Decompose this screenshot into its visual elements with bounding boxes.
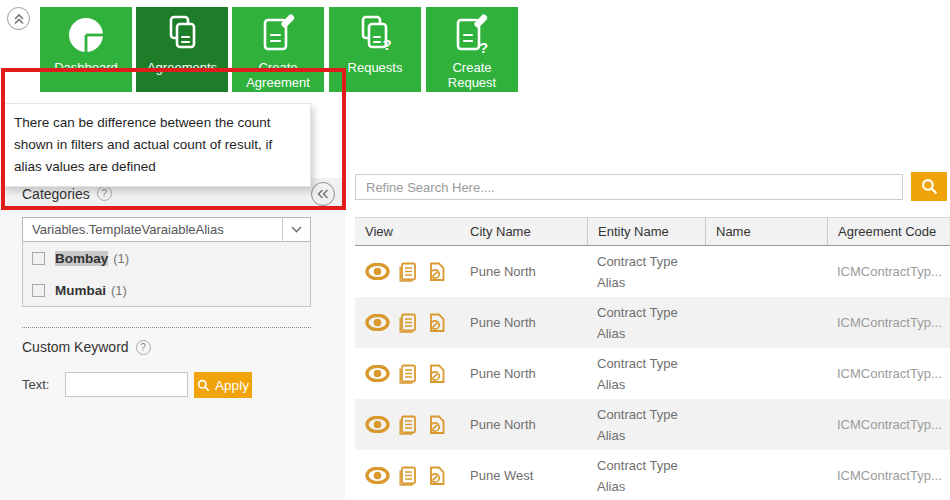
filter-option-count: (1) bbox=[111, 283, 127, 298]
view-eye-icon[interactable] bbox=[365, 263, 390, 280]
svg-text:?: ? bbox=[383, 36, 392, 53]
nav-tile-create-request[interactable]: ? Create Request bbox=[426, 7, 518, 92]
column-header-agreement-code[interactable]: Agreement Code bbox=[827, 218, 950, 245]
table-header-row: View City Name Entity Name Name Agreemen… bbox=[355, 217, 950, 246]
entity-name-cell: Contract Type Alias bbox=[587, 353, 705, 395]
app-window: Dashboard Agreements Create Agreement bbox=[0, 0, 950, 500]
view-eye-icon[interactable] bbox=[365, 365, 390, 382]
city-name-cell: Pune West bbox=[460, 468, 587, 483]
summary-doc-icon[interactable] bbox=[399, 313, 417, 333]
search-icon bbox=[197, 379, 210, 392]
column-header-name[interactable]: Name bbox=[705, 218, 827, 245]
table-row: Pune West Contract Type Alias ICMContrac… bbox=[355, 450, 950, 500]
agreement-code-cell: ICMContractTyp... bbox=[827, 315, 950, 330]
custom-keyword-title: Custom Keyword ? bbox=[22, 339, 151, 355]
city-name-cell: Pune North bbox=[460, 264, 587, 279]
summary-doc-icon[interactable] bbox=[399, 415, 417, 435]
linked-doc-icon[interactable] bbox=[426, 364, 446, 384]
bombay-checkbox[interactable] bbox=[32, 252, 45, 265]
summary-doc-icon[interactable] bbox=[399, 466, 417, 486]
custom-keyword-label: Custom Keyword bbox=[22, 339, 129, 355]
summary-doc-icon[interactable] bbox=[399, 262, 417, 282]
view-actions-cell bbox=[355, 262, 460, 282]
table-row: Pune North Contract Type Alias ICMContra… bbox=[355, 399, 950, 450]
results-table: View City Name Entity Name Name Agreemen… bbox=[355, 217, 950, 500]
search-button[interactable] bbox=[911, 172, 947, 201]
custom-keyword-help-icon[interactable]: ? bbox=[136, 340, 151, 355]
linked-doc-icon[interactable] bbox=[426, 262, 446, 282]
city-name-cell: Pune North bbox=[460, 366, 587, 381]
double-chevron-left-icon bbox=[317, 189, 329, 199]
filter-option-mumbai[interactable]: Mumbai (1) bbox=[23, 274, 310, 306]
nav-tile-label: Create Request bbox=[428, 60, 516, 90]
filters-sidebar: Variables.TemplateVaraiableAlias Bombay … bbox=[0, 209, 345, 500]
filter-count-tooltip: There can be difference between the coun… bbox=[3, 103, 311, 187]
filter-option-bombay[interactable]: Bombay (1) bbox=[23, 242, 310, 274]
category-dropdown-value: Variables.TemplateVaraiableAlias bbox=[23, 222, 282, 237]
text-field-label: Text: bbox=[22, 377, 49, 392]
collapse-sidebar-button[interactable] bbox=[311, 182, 335, 206]
nav-tile-dashboard[interactable]: Dashboard bbox=[40, 7, 132, 92]
nav-tile-agreements[interactable]: Agreements bbox=[136, 7, 228, 92]
entity-name-cell: Contract Type Alias bbox=[587, 302, 705, 344]
mumbai-checkbox[interactable] bbox=[32, 284, 45, 297]
documents-icon bbox=[136, 13, 228, 57]
chevron-down-icon bbox=[282, 218, 310, 241]
double-chevron-up-icon bbox=[13, 13, 25, 25]
view-eye-icon[interactable] bbox=[365, 467, 390, 484]
nav-tile-requests[interactable]: ? Requests bbox=[329, 7, 421, 92]
table-row: Pune North Contract Type Alias ICMContra… bbox=[355, 297, 950, 348]
apply-button[interactable]: Apply bbox=[194, 372, 252, 398]
keyword-text-input[interactable] bbox=[65, 372, 188, 397]
table-body: Pune North Contract Type Alias ICMContra… bbox=[355, 246, 950, 500]
pie-chart-icon bbox=[40, 13, 132, 57]
view-eye-icon[interactable] bbox=[365, 416, 390, 433]
categories-title: Categories bbox=[22, 186, 90, 202]
filter-option-count: (1) bbox=[113, 251, 129, 266]
view-actions-cell bbox=[355, 415, 460, 435]
category-option-list: Bombay (1) Mumbai (1) bbox=[22, 242, 311, 307]
divider bbox=[22, 327, 311, 328]
search-icon bbox=[921, 178, 938, 195]
document-edit-question-icon: ? bbox=[426, 13, 518, 57]
linked-doc-icon[interactable] bbox=[426, 466, 446, 486]
column-header-view[interactable]: View bbox=[355, 218, 460, 245]
agreement-code-cell: ICMContractTyp... bbox=[827, 366, 950, 381]
linked-doc-icon[interactable] bbox=[426, 313, 446, 333]
agreement-code-cell: ICMContractTyp... bbox=[827, 264, 950, 279]
view-actions-cell bbox=[355, 364, 460, 384]
apply-button-label: Apply bbox=[215, 378, 249, 393]
svg-text:?: ? bbox=[479, 39, 488, 56]
entity-name-cell: Contract Type Alias bbox=[587, 251, 705, 293]
filter-option-label: Bombay bbox=[55, 251, 108, 266]
collapse-ribbon-button[interactable] bbox=[7, 7, 30, 30]
nav-tile-create-agreement[interactable]: Create Agreement bbox=[232, 7, 324, 92]
document-edit-icon bbox=[232, 13, 324, 57]
view-actions-cell bbox=[355, 313, 460, 333]
summary-doc-icon[interactable] bbox=[399, 364, 417, 384]
entity-name-cell: Contract Type Alias bbox=[587, 455, 705, 497]
categories-help-icon[interactable]: ? bbox=[97, 186, 112, 201]
column-header-entity-name[interactable]: Entity Name bbox=[587, 218, 705, 245]
column-header-city-name[interactable]: City Name bbox=[460, 218, 587, 245]
view-actions-cell bbox=[355, 466, 460, 486]
nav-tile-label: Requests bbox=[331, 60, 419, 75]
agreement-code-cell: ICMContractTyp... bbox=[827, 417, 950, 432]
city-name-cell: Pune North bbox=[460, 417, 587, 432]
nav-tile-label: Agreements bbox=[138, 60, 226, 75]
documents-question-icon: ? bbox=[329, 13, 421, 57]
view-eye-icon[interactable] bbox=[365, 314, 390, 331]
table-row: Pune North Contract Type Alias ICMContra… bbox=[355, 348, 950, 399]
city-name-cell: Pune North bbox=[460, 315, 587, 330]
entity-name-cell: Contract Type Alias bbox=[587, 404, 705, 446]
linked-doc-icon[interactable] bbox=[426, 415, 446, 435]
category-dropdown[interactable]: Variables.TemplateVaraiableAlias bbox=[22, 217, 311, 242]
nav-tile-label: Dashboard bbox=[42, 60, 130, 75]
refine-search-input[interactable] bbox=[355, 174, 903, 200]
nav-tile-label: Create Agreement bbox=[234, 60, 322, 90]
agreement-code-cell: ICMContractTyp... bbox=[827, 468, 950, 483]
filter-option-label: Mumbai bbox=[55, 283, 106, 298]
table-row: Pune North Contract Type Alias ICMContra… bbox=[355, 246, 950, 297]
